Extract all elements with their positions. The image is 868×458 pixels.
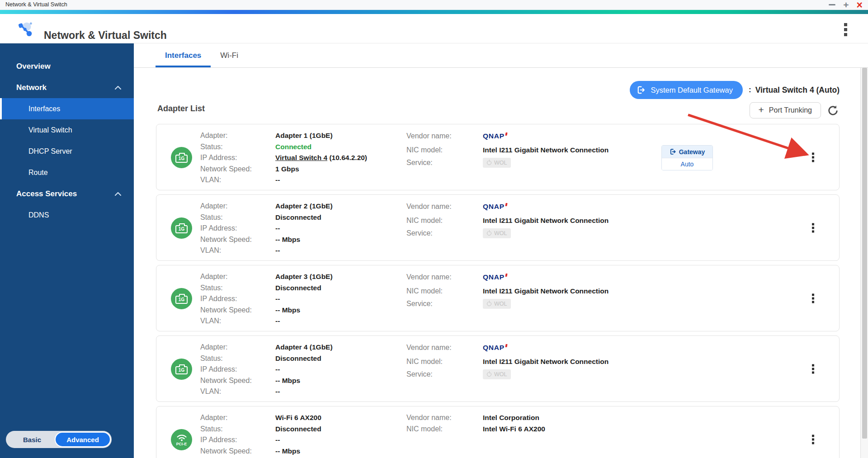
tab-wifi[interactable]: Wi-Fi [211,43,248,67]
adapter-name: Adapter 4 (1GbE) [275,342,333,353]
wol-badge: WOL [483,369,511,379]
adapter-menu-kebab-icon[interactable] [810,362,816,375]
adapter-field-values: Adapter 1 (1GbE)ConnectedVirtual Switch … [275,130,367,186]
refresh-icon [827,104,839,117]
field-label: Network Speed: [200,164,252,175]
field-label: IP Address: [200,152,252,164]
field-label: NIC model: [406,146,443,154]
nic-model-value: Intel I211 Gigabit Network Connection [483,358,609,366]
gateway-badge[interactable]: Gateway [662,146,712,158]
nic-row: Intel I211 Gigabit Network Connection [483,214,609,227]
window-title: Network & Virtual Switch [5,0,67,9]
sidebar-item-dhcp-server[interactable]: DHCP Server [0,141,134,162]
minimize-icon[interactable] [829,4,835,5]
adapter-field-values: Adapter 3 (1GbE)Disconnected---- Mbps-- [275,271,333,327]
adapter-field-values: Adapter 4 (1GbE)Disconnected---- Mbps-- [275,342,333,397]
toggle-option-advanced[interactable]: Advanced [55,432,111,447]
toggle-option-basic[interactable]: Basic [6,431,58,448]
tab-interfaces[interactable]: Interfaces [156,43,211,67]
adapter-speed: -- Mbps [275,446,321,457]
field-label: Vendor name: [406,344,452,352]
vendor-row: QNAP [483,269,609,284]
field-label: VLAN: [200,316,252,327]
vendor-name-value: Intel Corporation [483,414,539,421]
adapter-vendor-labels: Vendor name:NIC model:Service: [406,340,452,380]
field-label: Status: [200,212,252,223]
qnap-trademark-mark [505,203,507,206]
scrollbar-thumb[interactable] [862,68,867,439]
adapter-vendor-values: QNAPIntel I211 Gigabit Network Connectio… [483,128,609,169]
gateway-button-label: System Default Gateway [651,86,733,94]
field-label: Status: [200,353,252,364]
virtual-switch-link[interactable]: Virtual Switch 4 [275,154,327,161]
ethernet-adapter-icon: 1G [171,288,192,309]
field-label: IP Address: [200,434,252,446]
nic-row: Intel I211 Gigabit Network Connection [483,355,609,368]
sidebar-item-label: Access Services [16,189,77,198]
adapter-menu-kebab-icon[interactable] [810,221,816,234]
adapter-status: Connected [275,142,367,153]
window-titlebar: Network & Virtual Switch + × [0,0,868,10]
tab-label: Interfaces [165,51,201,60]
header-menu-kebab-icon[interactable] [843,22,848,37]
service-row: WOL [483,368,609,380]
close-icon[interactable]: × [857,1,863,9]
adapter-menu-kebab-icon[interactable] [810,433,816,446]
nic-row: Intel Wi-Fi 6 AX200 [483,424,545,435]
sidebar: Overview Network Interfaces Virtual Swit… [0,43,134,458]
adapter-vendor-labels: Vendor name:NIC model:Service: [406,128,452,169]
adapter-card: PCI-EAdapter:Status:IP Address:Network S… [156,406,840,458]
sidebar-item-label: Virtual Switch [28,126,72,134]
basic-advanced-toggle[interactable]: Basic Advanced [6,431,112,448]
adapter-ip: Virtual Switch 4 (10.64.2.20) [275,152,367,164]
sidebar-item-route[interactable]: Route [0,162,134,183]
field-label: Status: [200,424,252,435]
adapter-menu-kebab-icon[interactable] [810,151,816,164]
adapter-field-values: Wi-Fi 6 AX200Disconnected---- Mbps-- [275,412,321,458]
adapter-vendor-values: QNAPIntel I211 Gigabit Network Connectio… [483,269,609,310]
sidebar-item-interfaces[interactable]: Interfaces [0,98,134,119]
adapter-card: 1GAdapter:Status:IP Address:Network Spee… [156,124,840,190]
field-label-row: Vendor name: [406,412,452,424]
adapter-status: Disconnected [275,424,321,435]
sidebar-item-label: DDNS [28,211,49,219]
adapter-vlan: -- [275,316,333,327]
scrollbar[interactable] [860,68,868,458]
app-header: Network & Virtual Switch [0,14,868,43]
qnap-logo: QNAP [483,273,507,281]
adapter-field-labels: Adapter:Status:IP Address:Network Speed:… [200,412,252,458]
chevron-up-icon [115,86,121,90]
system-default-gateway-button[interactable]: System Default Gateway [630,81,743,99]
adapter-menu-kebab-icon[interactable] [810,292,816,305]
gateway-door-icon [637,85,646,94]
wol-badge-label: WOL [494,230,507,236]
adapter-vendor-values: QNAPIntel I211 Gigabit Network Connectio… [483,199,609,239]
sidebar-item-network[interactable]: Network [0,77,134,98]
tab-bar: Interfaces Wi-Fi [134,43,868,68]
qnap-logo: QNAP [483,344,507,352]
sidebar-item-ddns[interactable]: DDNS [0,204,134,226]
sidebar-item-access-services[interactable]: Access Services [0,183,134,204]
port-trunking-button[interactable]: + Port Trunking [750,102,821,118]
vendor-row: QNAP [483,199,609,214]
network-virtual-switch-logo-icon [16,20,33,37]
refresh-button[interactable] [827,104,839,117]
field-label: NIC model: [406,287,443,295]
maximize-icon[interactable]: + [843,1,849,9]
field-label: Adapter: [200,412,252,424]
adapter-field-labels: Adapter:Status:IP Address:Network Speed:… [200,271,252,327]
port-trunking-label: Port Trunking [769,106,812,114]
service-row: WOL [483,156,609,169]
field-label: Adapter: [200,201,252,212]
gateway-mode-auto[interactable]: Auto [662,158,712,170]
field-label: IP Address: [200,364,252,375]
app-window: Network & Virtual Switch + × Network & V… [0,0,868,458]
sidebar-item-virtual-switch[interactable]: Virtual Switch [0,119,134,141]
field-label: Status: [200,142,252,153]
adapter-field-labels: Adapter:Status:IP Address:Network Speed:… [200,342,252,397]
sidebar-item-overview[interactable]: Overview [0,56,134,77]
main-content: Interfaces Wi-Fi System Default Gateway … [134,43,868,458]
adapter-card: 1GAdapter:Status:IP Address:Network Spee… [156,265,840,331]
adapter-speed: -- Mbps [275,305,333,316]
adapter-vlan: -- [275,386,333,397]
